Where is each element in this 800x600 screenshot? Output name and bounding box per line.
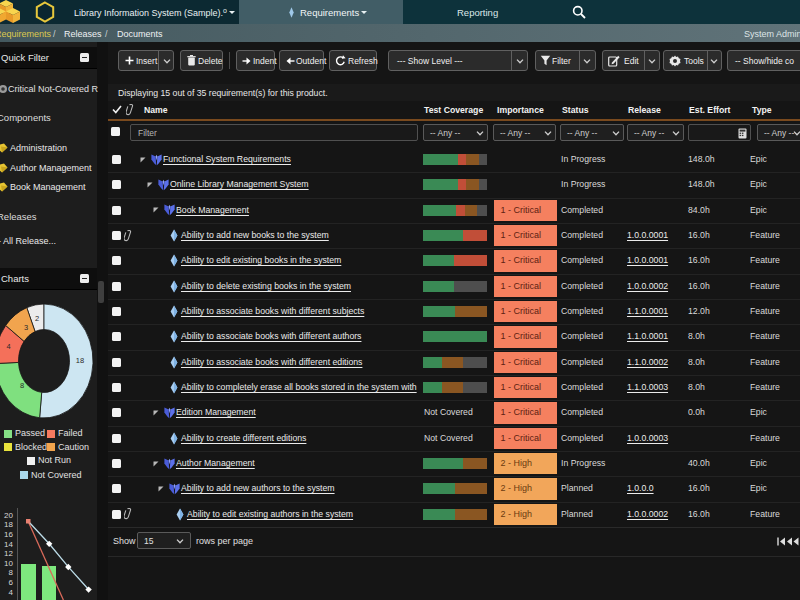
svg-text:18: 18: [76, 356, 84, 365]
svg-text:8: 8: [20, 381, 24, 390]
svg-text:4: 4: [6, 342, 10, 351]
svg-text:3: 3: [24, 323, 28, 332]
svg-text:2: 2: [35, 314, 39, 323]
